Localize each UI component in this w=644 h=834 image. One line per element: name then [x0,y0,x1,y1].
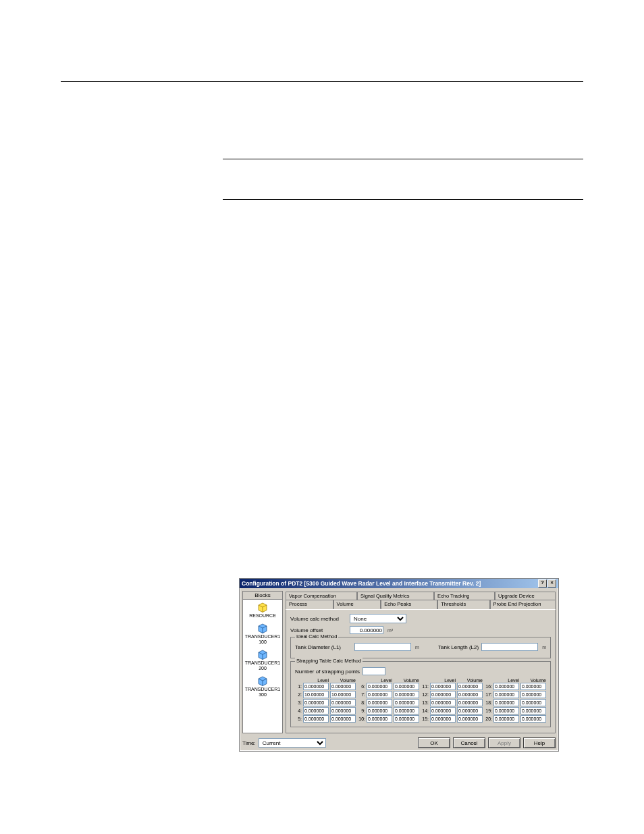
strap-col-level: Level [430,678,456,683]
strap-volume-input[interactable] [330,691,356,698]
strap-points-label: Number of strapping points [295,669,360,675]
titlebar-help-button[interactable]: ? [538,579,547,588]
strap-level-input[interactable] [303,699,329,706]
strap-level-input[interactable] [367,707,392,714]
rule-mid-2 [223,199,583,200]
strap-points-input[interactable] [363,667,385,675]
tank-length-unit: m [542,645,546,650]
strap-level-input[interactable] [430,683,456,690]
tank-diameter-input[interactable] [354,643,411,651]
strap-row-index: 5 [295,716,302,721]
strap-level-input[interactable] [430,715,456,723]
blocks-header: Blocks [243,592,282,600]
tank-length-input[interactable] [481,643,538,651]
window-title: Configuration of PDT2 [5300 Guided Wave … [242,580,481,587]
tab-process[interactable]: Process [286,600,333,609]
tab-thresholds[interactable]: Thresholds [437,600,489,609]
strap-row-index: 15 [422,716,429,721]
tank-diameter-label: Tank Diameter (L1) [295,644,352,650]
strap-level-input[interactable] [303,715,329,723]
titlebar-close-button[interactable]: × [547,579,556,588]
strap-level-input[interactable] [430,691,456,698]
tab-probe-end-projection[interactable]: Probe End Projection [490,600,556,609]
strap-volume-input[interactable] [394,699,419,706]
strap-level-input[interactable] [367,683,392,690]
strap-volume-input[interactable] [394,707,419,714]
strap-volume-input[interactable] [457,683,483,690]
strap-volume-input[interactable] [457,699,483,706]
strap-row-index: 17 [485,692,492,697]
strap-level-input[interactable] [493,707,519,714]
cube-icon [257,649,269,660]
block-transducer-1300[interactable]: TRANSDUCER1300 [243,673,282,700]
block-transducer-1100[interactable]: TRANSDUCER1100 [243,621,282,647]
strap-row-index: 18 [485,700,492,705]
strap-table: LevelVolume12345LevelVolume678910LevelVo… [295,678,546,723]
config-dialog: Configuration of PDT2 [5300 Guided Wave … [239,578,559,752]
block-resource[interactable]: RESOURCE [243,600,282,621]
tank-length-label: Tank Length (L2) [438,644,479,650]
strap-row-index: 2 [295,692,302,697]
strap-level-input[interactable] [430,699,456,706]
volume-offset-input[interactable] [350,626,383,634]
strap-row-index: 10 [358,716,365,721]
strap-level-input[interactable] [303,683,329,690]
strap-volume-input[interactable] [520,699,546,706]
strap-col-volume: Volume [520,678,546,683]
strap-row-index: 11 [422,684,429,689]
strap-level-input[interactable] [493,691,519,698]
strap-row-index: 12 [422,692,429,697]
strap-level-input[interactable] [303,691,329,698]
strap-volume-input[interactable] [457,715,483,723]
ideal-calc-legend: Ideal Calc Method [295,633,338,640]
cancel-button[interactable]: Cancel [453,737,485,748]
apply-button[interactable]: Apply [488,737,520,748]
block-transducer-1200[interactable]: TRANSDUCER1200 [243,647,282,673]
tab-volume[interactable]: Volume [333,600,381,609]
strap-volume-input[interactable] [330,699,356,706]
strap-level-input[interactable] [493,683,519,690]
strap-volume-input[interactable] [394,715,419,723]
strap-level-input[interactable] [493,699,519,706]
rule-top [61,81,583,82]
strap-volume-input[interactable] [520,715,546,723]
volume-offset-unit: m³ [387,628,393,633]
strap-row-index: 16 [485,684,492,689]
strap-row-index: 8 [358,700,365,705]
strap-row-index: 6 [358,684,365,689]
strap-col-volume: Volume [394,678,419,683]
time-select[interactable]: Current [259,738,326,748]
strap-volume-input[interactable] [520,691,546,698]
strap-level-input[interactable] [493,715,519,723]
tab-strip: Vapor Compensation Signal Quality Metric… [286,591,556,609]
strap-volume-input[interactable] [330,683,356,690]
strap-volume-input[interactable] [457,691,483,698]
strap-volume-input[interactable] [520,707,546,714]
strap-row-index: 3 [295,700,302,705]
dialog-footer: Time: Current OK Cancel Apply Help [242,733,556,748]
help-button[interactable]: Help [523,737,556,748]
ideal-calc-group: Ideal Calc Method Tank Diameter (L1) m T… [290,637,551,658]
strap-volume-input[interactable] [394,683,419,690]
strap-level-input[interactable] [430,707,456,714]
strap-level-input[interactable] [367,691,392,698]
strap-level-input[interactable] [303,707,329,714]
blocks-panel: Blocks RESOURCE [242,591,283,733]
volume-calc-method-select[interactable]: None [350,614,406,623]
strap-level-input[interactable] [367,715,392,723]
cube-icon [257,675,269,686]
strap-level-input[interactable] [367,699,392,706]
strap-volume-input[interactable] [330,715,356,723]
volume-offset-label: Volume offset [290,627,347,633]
tab-echo-peaks[interactable]: Echo Peaks [381,600,437,609]
strap-col-level: Level [303,678,329,683]
tab-pane-volume: Volume calc method None Volume offset m³… [286,609,556,733]
ok-button[interactable]: OK [418,737,450,748]
strap-volume-input[interactable] [394,691,419,698]
strap-row-index: 7 [358,692,365,697]
strap-volume-input[interactable] [520,683,546,690]
strap-volume-input[interactable] [330,707,356,714]
strap-volume-input[interactable] [457,707,483,714]
strap-col-level: Level [493,678,519,683]
strap-row-index: 9 [358,708,365,713]
